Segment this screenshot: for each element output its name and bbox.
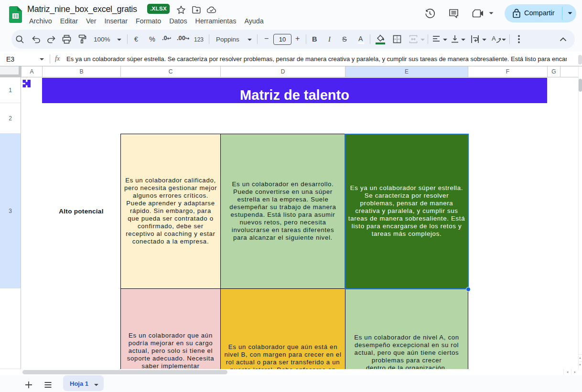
svg-text:A: A xyxy=(492,35,496,42)
